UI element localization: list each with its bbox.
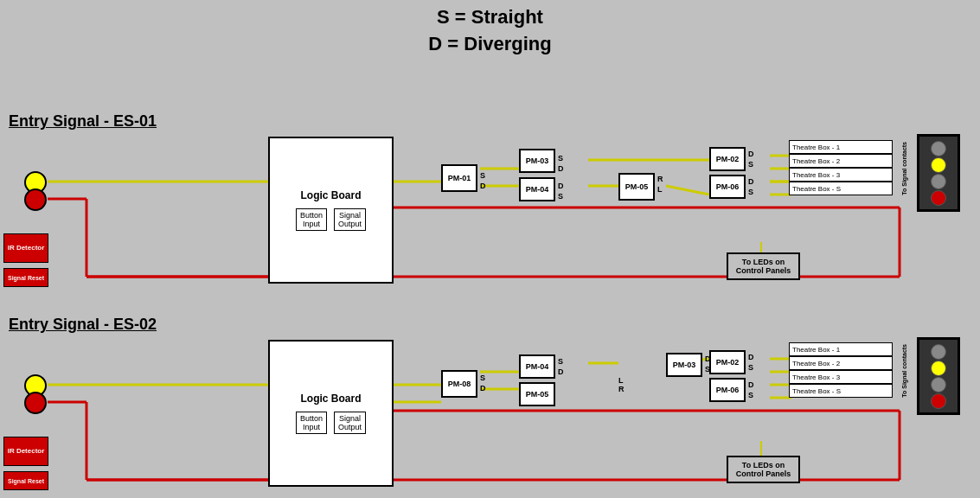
section1-signal-display <box>917 134 960 212</box>
section1-pm04-d: D <box>558 182 564 190</box>
section1-pm02-d: D <box>748 150 754 158</box>
section2-pm06-d: D <box>748 380 754 389</box>
section1-logic-board: Logic Board ButtonInput SignalOutput <box>268 137 394 284</box>
section2-signal-contacts: To Signal contacts <box>898 342 910 399</box>
section1-pm04: PM-04 <box>519 177 555 201</box>
section1-theatreS: Theatre Box - S <box>789 182 893 195</box>
section2-logic-board-label: Logic Board <box>300 393 361 405</box>
section1-signal-reset: Signal Reset <box>3 268 48 287</box>
section2-signal-light-top <box>931 344 946 360</box>
title-line2: D = Diverging <box>0 31 980 58</box>
section2-theatreS: Theatre Box - S <box>789 384 893 398</box>
section1-theatre1: Theatre Box - 1 <box>789 140 893 154</box>
section1-theatre3: Theatre Box - 3 <box>789 168 893 182</box>
section1-pm05-r: R <box>657 175 663 183</box>
section1-signal-light-top <box>931 141 946 156</box>
section1-signal-light-mid <box>931 174 946 189</box>
section2-pm05-lr: LR <box>618 376 625 393</box>
section1-pm06: PM-06 <box>709 175 746 199</box>
section2-title: Entry Signal - ES-02 <box>9 316 157 334</box>
section1-pm05: PM-05 <box>618 173 655 201</box>
section1-pm01-d: D <box>480 182 486 190</box>
section1-pm05-l: L <box>657 185 663 194</box>
title-line1: S = Straight <box>0 4 980 31</box>
title-area: S = Straight D = Diverging <box>0 0 980 58</box>
svg-line-9 <box>666 186 709 195</box>
section2-theatre2: Theatre Box - 2 <box>789 356 893 370</box>
section1-signal-light-red <box>931 190 946 206</box>
section1-pm02: PM-02 <box>709 147 746 171</box>
section2-ir-detector: IR Detector <box>3 437 48 466</box>
section1-signal-output: SignalOutput <box>334 208 366 231</box>
section2-pm04-d: D <box>558 367 564 376</box>
section1-pm02-s: S <box>748 160 753 169</box>
section1-pm01: PM-01 <box>441 164 477 192</box>
section2-pm08-s: S <box>480 374 485 382</box>
section2-signal-light-red <box>931 393 946 409</box>
section2-pm06-s: S <box>748 391 753 399</box>
section1-title: Entry Signal - ES-01 <box>9 112 157 131</box>
section1-pm03-d: D <box>558 164 564 173</box>
section1-ir-detector: IR Detector <box>3 233 48 263</box>
section1-pm03: PM-03 <box>519 149 555 173</box>
section2-pm02-d: D <box>748 353 754 361</box>
section2-pm04-s: S <box>558 357 563 366</box>
section2-logic-board: Logic Board ButtonInput SignalOutput <box>268 340 394 487</box>
section1-pm06-s: S <box>748 188 753 196</box>
section2-signal-reset: Signal Reset <box>3 471 48 490</box>
section1-to-leds: To LEDs on Control Panels <box>727 252 800 280</box>
section2-pm05: PM-05 <box>519 382 555 406</box>
section2-red-circle <box>24 392 47 414</box>
section1-red-circle <box>24 188 47 211</box>
section1-theatre2: Theatre Box - 2 <box>789 154 893 168</box>
section2-pm02-s: S <box>748 363 753 372</box>
section2-pm02: PM-02 <box>709 350 746 374</box>
section2-theatre3: Theatre Box - 3 <box>789 370 893 384</box>
section1-pm06-d: D <box>748 177 754 186</box>
section2-button-input: ButtonInput <box>296 412 327 434</box>
section2-signal-display <box>917 337 960 415</box>
section1-pm01-s: S <box>480 171 485 180</box>
section2-theatre1: Theatre Box - 1 <box>789 342 893 356</box>
section2-pm08: PM-08 <box>441 370 477 398</box>
section1-pm03-s: S <box>558 154 563 163</box>
section2-signal-light-mid <box>931 377 946 393</box>
section2-signal-light-yellow <box>931 361 946 376</box>
section2-pm06: PM-06 <box>709 378 746 402</box>
section1-signal-light-yellow <box>931 157 946 173</box>
section1-logic-board-label: Logic Board <box>300 189 361 201</box>
section2-pm03: PM-03 <box>666 353 702 377</box>
section2-pm08-d: D <box>480 384 486 393</box>
section1-signal-contacts: To Signal contacts <box>898 140 910 196</box>
section1-pm04-s: S <box>558 192 563 201</box>
section2-pm04: PM-04 <box>519 354 555 379</box>
section2-signal-output: SignalOutput <box>334 412 366 434</box>
section2-to-leds: To LEDs on Control Panels <box>727 456 800 483</box>
section1-button-input: ButtonInput <box>296 208 327 231</box>
